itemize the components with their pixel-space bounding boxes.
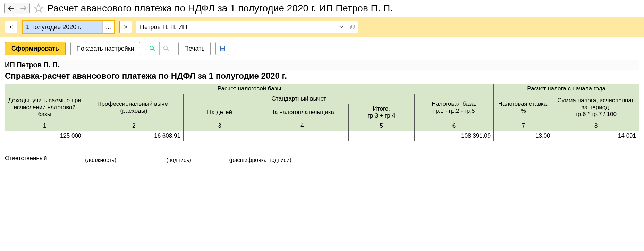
caret-down-icon — [340, 26, 343, 28]
organization-field — [136, 21, 358, 33]
show-settings-button[interactable]: Показать настройки — [70, 42, 140, 55]
nav-group — [4, 3, 30, 14]
arrow-right-icon — [20, 6, 27, 11]
sign-caption-signature: (подпись) — [167, 157, 191, 163]
signature-row: Ответственный: (должность) (подпись) (ра… — [5, 155, 639, 163]
back-button[interactable] — [5, 3, 17, 14]
responsible-label: Ответственный: — [5, 155, 49, 163]
svg-rect-7 — [221, 46, 224, 48]
period-input[interactable] — [23, 21, 102, 33]
colnum-1: 1 — [5, 121, 84, 131]
report-table: Расчет налоговой базы Расчет налога с на… — [5, 84, 639, 141]
sign-caption-post: (должность) — [85, 157, 116, 163]
period-next-button[interactable]: > — [119, 21, 132, 33]
sign-signature-slot: (подпись) — [153, 157, 205, 163]
colnum-5: 5 — [348, 121, 414, 131]
period-field: ... — [22, 20, 115, 34]
cell-5 — [348, 131, 414, 141]
search-group — [145, 42, 173, 55]
col-6-header: Налоговая база, гр.1 - гр.2 - гр.5 — [414, 94, 493, 121]
svg-rect-1 — [351, 25, 355, 28]
cell-4 — [256, 131, 348, 141]
col-1-header: Доходы, учитываемые при исчислении налог… — [5, 94, 84, 121]
floppy-disk-icon — [219, 45, 226, 52]
group-tax-year: Расчет налога с начала года — [494, 84, 639, 94]
page-title: Расчет авансового платежа по НДФЛ за 1 п… — [47, 3, 393, 14]
cell-8: 14 091 — [553, 131, 639, 141]
generate-button[interactable]: Сформировать — [5, 42, 66, 55]
find-next-button[interactable] — [159, 42, 173, 55]
cell-3 — [183, 131, 256, 141]
print-button[interactable]: Печать — [178, 42, 211, 55]
organization-dropdown-button[interactable] — [336, 21, 347, 33]
col-8-header: Сумма налога, исчисленная за период, гр.… — [553, 94, 639, 121]
col-5-header: Итого, гр.3 + гр.4 — [348, 104, 414, 121]
report-area: ИП Петров П. П. Справка-расчет авансовог… — [0, 60, 644, 170]
cell-1: 125 000 — [5, 131, 84, 141]
svg-line-5 — [167, 49, 169, 51]
save-button[interactable] — [215, 42, 229, 55]
cell-6: 108 391,09 — [414, 131, 493, 141]
svg-line-3 — [153, 49, 155, 51]
colnum-3: 3 — [183, 121, 256, 131]
col-7-header: Налоговая ставка, % — [494, 94, 553, 121]
search-refresh-icon — [163, 45, 169, 52]
colnum-7: 7 — [494, 121, 553, 131]
svg-point-2 — [150, 46, 153, 50]
col-3-header: На детей — [183, 104, 256, 121]
std-deduction-group: Стандартный вычет — [183, 94, 414, 104]
col-2-header: Профессиональный вычет (расходы) — [84, 94, 183, 121]
col-4-header: На налогоплательщика — [256, 104, 348, 121]
report-heading: Справка-расчет авансового платежа по НДФ… — [5, 70, 639, 84]
arrow-left-icon — [8, 6, 14, 11]
report-org-name: ИП Петров П. П. — [5, 60, 639, 70]
sign-caption-decipher: (расшифровка подписи) — [229, 157, 291, 163]
toolbar: Сформировать Показать настройки Печать — [0, 37, 644, 60]
title-bar: Расчет авансового платежа по НДФЛ за 1 п… — [0, 0, 644, 17]
open-window-icon — [350, 25, 355, 29]
svg-rect-8 — [221, 49, 224, 51]
table-row: 125 000 16 608,91 108 391,09 13,00 14 09… — [5, 131, 639, 141]
cell-2: 16 608,91 — [84, 131, 183, 141]
cell-7: 13,00 — [494, 131, 553, 141]
colnum-4: 4 — [256, 121, 348, 131]
sign-decipher-slot: (расшифровка подписи) — [215, 157, 305, 163]
group-tax-base: Расчет налоговой базы — [5, 84, 494, 94]
colnum-6: 6 — [414, 121, 493, 131]
svg-point-4 — [164, 46, 167, 50]
filter-bar: < ... > — [0, 17, 644, 37]
period-picker-button[interactable]: ... — [102, 21, 114, 33]
colnum-2: 2 — [84, 121, 183, 131]
period-prev-button[interactable]: < — [5, 21, 17, 33]
sign-post-slot: (должность) — [59, 157, 142, 163]
find-button[interactable] — [145, 42, 159, 55]
forward-button[interactable] — [17, 3, 29, 14]
colnum-8: 8 — [553, 121, 639, 131]
favorite-star-icon[interactable] — [33, 3, 44, 14]
organization-input[interactable] — [136, 21, 336, 33]
organization-open-button[interactable] — [347, 21, 358, 33]
search-icon — [149, 45, 155, 52]
